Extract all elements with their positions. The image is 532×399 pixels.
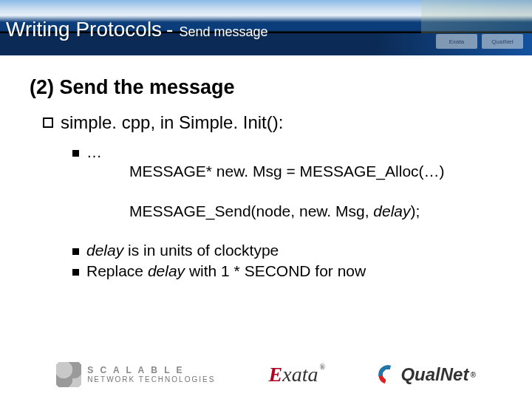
logo-scalable-network-technologies: S C A L A B L E NETWORK TECHNOLOGIES bbox=[56, 362, 215, 387]
corner-mini-logos: Exata QualNet bbox=[436, 34, 523, 49]
hollow-square-bullet-icon bbox=[43, 117, 53, 128]
mini-logo-exata: Exata bbox=[436, 34, 477, 49]
section-heading: (2) Send the message bbox=[30, 76, 502, 99]
snt-mark-icon bbox=[56, 362, 81, 387]
snt-text-top: S C A L A B L E bbox=[87, 366, 215, 375]
code-line-2-post: ); bbox=[411, 202, 420, 219]
note-2-post: with 1 * SECOND for now bbox=[185, 262, 366, 279]
title-subtitle: Send message bbox=[179, 24, 267, 40]
note-2-italic: delay bbox=[148, 262, 185, 279]
logo-exata: Exata® bbox=[269, 363, 326, 386]
note-2-text: Replace delay with 1 * SECOND for now bbox=[86, 262, 366, 280]
note-2-pre: Replace bbox=[86, 262, 148, 279]
code-ellipsis: … bbox=[86, 143, 102, 161]
exata-rest: xata bbox=[282, 363, 318, 386]
filled-square-bullet-icon bbox=[72, 248, 79, 255]
title-separator: - bbox=[166, 18, 173, 41]
slide: Writing Protocols - Send message Exata Q… bbox=[0, 0, 532, 399]
note-1-post: is in units of clocktype bbox=[123, 242, 279, 259]
qualnet-registered-icon: ® bbox=[470, 371, 475, 379]
filled-square-bullet-icon bbox=[72, 269, 79, 276]
slide-title: Writing Protocols - Send message bbox=[6, 18, 443, 41]
snt-text-bottom: NETWORK TECHNOLOGIES bbox=[87, 375, 215, 383]
bullet-level-2: … bbox=[72, 143, 502, 161]
notes-group: delay is in units of clocktype Replace d… bbox=[72, 242, 502, 280]
qualnet-text: QualNet bbox=[400, 364, 468, 385]
code-line-2-pre: MESSAGE_Send(node, new. Msg, bbox=[129, 202, 373, 219]
logo-qualnet: QualNet® bbox=[378, 364, 475, 385]
exata-e: E bbox=[269, 363, 283, 386]
code-line-2-italic: delay bbox=[373, 202, 410, 219]
mini-logo-qualnet: QualNet bbox=[482, 34, 523, 49]
bullet-level-1: simple. cpp, in Simple. Init(): bbox=[43, 112, 502, 133]
note-1: delay is in units of clocktype bbox=[72, 242, 502, 259]
exata-registered-icon: ® bbox=[320, 363, 326, 371]
code-line-1: MESSAGE* new. Msg = MESSAGE_Alloc(…) bbox=[129, 161, 502, 182]
qualnet-swoosh-icon bbox=[378, 365, 398, 384]
title-banner: Writing Protocols - Send message Exata Q… bbox=[0, 0, 532, 55]
snt-text: S C A L A B L E NETWORK TECHNOLOGIES bbox=[87, 366, 215, 383]
note-1-text: delay is in units of clocktype bbox=[86, 242, 279, 259]
code-lines: MESSAGE* new. Msg = MESSAGE_Alloc(…) MES… bbox=[129, 161, 502, 222]
note-1-italic: delay bbox=[86, 242, 123, 259]
footer-logos: S C A L A B L E NETWORK TECHNOLOGIES Exa… bbox=[0, 362, 532, 387]
title-main: Writing Protocols bbox=[6, 18, 162, 41]
bullet-l1-text: simple. cpp, in Simple. Init(): bbox=[61, 112, 283, 133]
note-2: Replace delay with 1 * SECOND for now bbox=[72, 262, 502, 280]
code-block-group: … MESSAGE* new. Msg = MESSAGE_Alloc(…) M… bbox=[72, 143, 502, 222]
slide-body: (2) Send the message simple. cpp, in Sim… bbox=[0, 55, 532, 280]
filled-square-bullet-icon bbox=[72, 150, 79, 157]
code-line-2: MESSAGE_Send(node, new. Msg, delay); bbox=[129, 201, 502, 222]
